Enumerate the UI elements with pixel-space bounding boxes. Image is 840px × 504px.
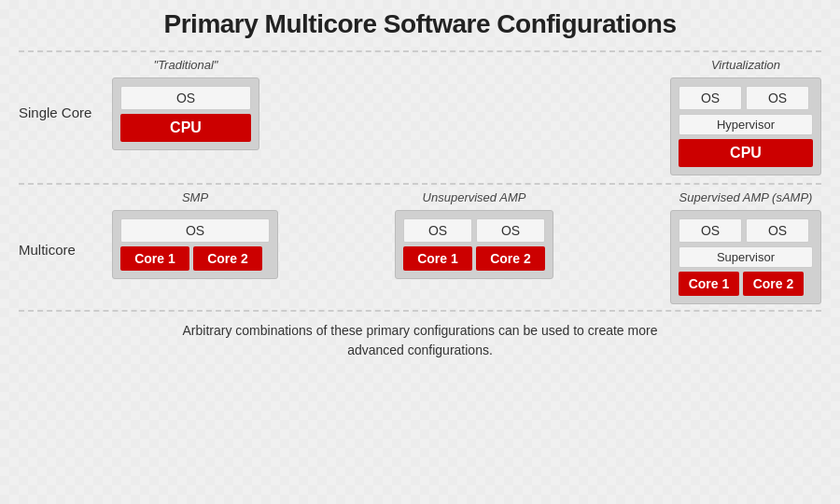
traditional-os: OS — [120, 86, 251, 110]
footer: Arbitrary combinations of these primary … — [19, 321, 821, 360]
virtualization-title: Virtualization — [711, 58, 780, 72]
multicore-label: Multicore — [19, 190, 112, 258]
smp-diagram: OS Core 1 Core 2 — [112, 210, 278, 279]
samp-os2: OS — [746, 218, 809, 243]
virt-os1: OS — [679, 86, 742, 110]
virtualization-diagram: OS OS Hypervisor CPU — [670, 77, 821, 175]
samp-os-row: OS OS — [679, 218, 813, 243]
uamp-core1: Core 1 — [403, 246, 472, 271]
middle-divider — [19, 183, 821, 185]
samp-core1: Core 1 — [679, 272, 739, 296]
uamp-os2: OS — [476, 218, 545, 243]
traditional-cpu: CPU — [120, 114, 251, 142]
smp-core1: Core 1 — [120, 246, 189, 271]
traditional-config: "Traditional" OS CPU — [112, 58, 259, 150]
virt-cpu: CPU — [679, 139, 813, 167]
uamp-os-row: OS OS — [403, 218, 545, 243]
top-divider — [19, 50, 821, 52]
supervisor-bar: Supervisor — [679, 246, 813, 268]
virt-os-row: OS OS — [679, 86, 813, 110]
uamp-diagram: OS OS Core 1 Core 2 — [395, 210, 553, 279]
multicore-section: Multicore SMP OS Core 1 Core 2 Unsupervi… — [19, 190, 821, 304]
multicore-configs: SMP OS Core 1 Core 2 Unsupervised AMP OS… — [112, 190, 821, 304]
page-title: Primary Multicore Software Configuration… — [19, 9, 821, 39]
smp-cores-row: Core 1 Core 2 — [120, 246, 270, 271]
footer-line2: advanced configurations. — [347, 343, 493, 357]
hypervisor-bar: Hypervisor — [679, 114, 813, 135]
samp-diagram: OS OS Supervisor Core 1 Core 2 — [670, 210, 821, 304]
virtualization-config: Virtualization OS OS Hypervisor CPU — [670, 58, 821, 175]
samp-title: Supervised AMP (sAMP) — [679, 190, 813, 204]
single-core-section: Single Core "Traditional" OS CPU Virtual… — [19, 58, 821, 175]
samp-core2: Core 2 — [743, 272, 804, 296]
smp-config: SMP OS Core 1 Core 2 — [112, 190, 278, 279]
traditional-diagram: OS CPU — [112, 77, 259, 150]
uamp-os1: OS — [403, 218, 472, 243]
footer-line1: Arbitrary combinations of these primary … — [183, 323, 658, 338]
samp-os1: OS — [679, 218, 742, 243]
uamp-title: Unsupervised AMP — [423, 190, 526, 204]
main-container: Primary Multicore Software Configuration… — [0, 0, 840, 370]
smp-core2: Core 2 — [193, 246, 262, 271]
virt-os2: OS — [746, 86, 809, 110]
smp-title: SMP — [182, 190, 208, 204]
traditional-title: "Traditional" — [154, 58, 218, 72]
samp-config: Supervised AMP (sAMP) OS OS Supervisor C… — [670, 190, 821, 304]
uamp-core2: Core 2 — [476, 246, 545, 271]
single-core-configs: "Traditional" OS CPU Virtualization OS O… — [112, 58, 821, 175]
smp-os: OS — [120, 218, 270, 243]
uamp-config: Unsupervised AMP OS OS Core 1 Core 2 — [395, 190, 553, 279]
samp-cores-row: Core 1 Core 2 — [679, 272, 813, 296]
uamp-cores-row: Core 1 Core 2 — [403, 246, 545, 271]
single-core-label: Single Core — [19, 58, 112, 120]
bottom-divider — [19, 310, 821, 312]
